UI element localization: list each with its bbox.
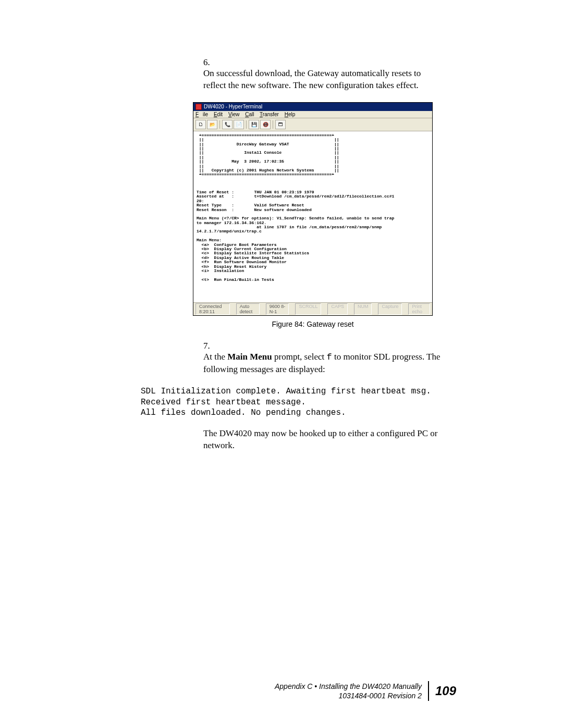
footer-line2: 1031484-0001 Revision 2 xyxy=(275,691,422,700)
figure-84: DW4020 - HyperTerminal File Edit View Ca… xyxy=(193,102,433,316)
step-7: 7. At the Main Menu prompt, select f to … xyxy=(203,341,456,376)
menu-transfer[interactable]: Transfer xyxy=(260,112,279,117)
menu-help[interactable]: Help xyxy=(285,112,296,117)
page-footer: Appendix C • Installing the DW4020 Manua… xyxy=(0,681,563,701)
figure-caption: Figure 84: Gateway reset xyxy=(193,320,433,328)
status-connected: Connected 8:20:11 xyxy=(195,303,230,315)
window-title: DW4020 - HyperTerminal xyxy=(204,104,262,109)
followup-paragraph: The DW4020 may now be hooked up to eithe… xyxy=(203,428,456,452)
status-caps: CAPS xyxy=(327,303,348,315)
menu-call[interactable]: Call xyxy=(245,112,254,117)
step-6-number: 6. xyxy=(203,57,214,68)
window-titlebar: DW4020 - HyperTerminal xyxy=(193,103,432,111)
step-7-prefix: At the xyxy=(203,352,227,362)
step-7-code: f xyxy=(327,352,332,362)
footer-divider xyxy=(428,681,429,701)
footer-text: Appendix C • Installing the DW4020 Manua… xyxy=(275,682,428,700)
toolbar: 🗋 📂 📞 📄 💾 📵 🗔 xyxy=(193,118,432,131)
step-7-mid: prompt, select xyxy=(272,352,327,362)
send-icon[interactable]: 💾 xyxy=(249,120,259,129)
status-baud: 9600 8-N-1 xyxy=(266,303,289,315)
step-7-text: At the Main Menu prompt, select f to mon… xyxy=(203,351,444,376)
status-capture: Capture xyxy=(378,303,402,315)
status-num: NUM xyxy=(354,303,372,315)
status-bar: Connected 8:20:11 Auto detect 9600 8-N-1… xyxy=(193,302,432,315)
open-icon[interactable]: 📂 xyxy=(207,120,217,129)
connect-icon[interactable]: 📞 xyxy=(222,120,232,129)
menu-file[interactable]: File xyxy=(195,112,208,117)
disconnect-icon[interactable]: 📄 xyxy=(234,120,244,129)
footer-line1: Appendix C • Installing the DW4020 Manua… xyxy=(275,682,422,691)
step-6: 6. On successful download, the Gateway a… xyxy=(203,57,456,92)
step-7-bold: Main Menu xyxy=(227,352,272,362)
menu-bar: File Edit View Call Transfer Help xyxy=(193,111,432,118)
step-7-number: 7. xyxy=(203,341,214,351)
toolbar-separator-3 xyxy=(273,120,273,129)
properties-icon[interactable]: 🗔 xyxy=(275,120,286,129)
new-icon[interactable]: 🗋 xyxy=(195,120,206,129)
toolbar-separator xyxy=(219,120,220,129)
status-scroll: SCROLL xyxy=(295,303,321,315)
step-6-text: On successful download, the Gateway auto… xyxy=(203,68,444,92)
hyperterminal-window: DW4020 - HyperTerminal File Edit View Ca… xyxy=(193,102,433,316)
app-icon xyxy=(195,104,202,110)
receive-icon[interactable]: 📵 xyxy=(260,120,271,129)
toolbar-separator-2 xyxy=(246,120,247,129)
status-detect: Auto detect xyxy=(236,303,260,315)
sdl-output-block: SDL Initialization complete. Awaiting fi… xyxy=(141,386,456,418)
page-number: 109 xyxy=(435,684,456,698)
menu-view[interactable]: View xyxy=(228,112,240,117)
terminal-output: +=======================================… xyxy=(193,131,432,302)
status-printecho: Print echo xyxy=(408,303,430,315)
menu-edit[interactable]: Edit xyxy=(214,112,223,117)
